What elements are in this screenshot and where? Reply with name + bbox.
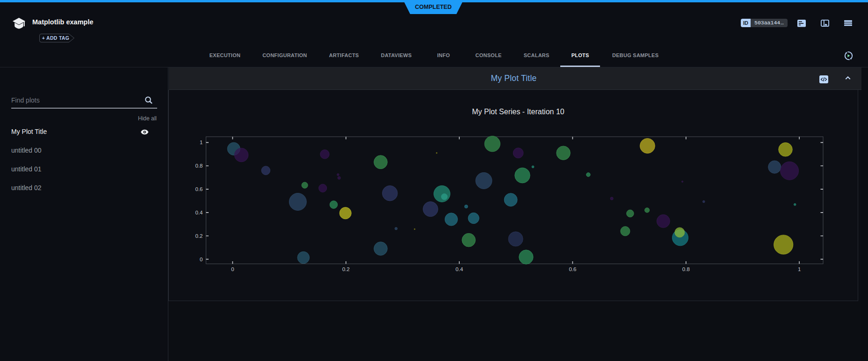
svg-text:0: 0 bbox=[231, 266, 234, 272]
svg-text:0: 0 bbox=[200, 257, 203, 262]
svg-text:0.6: 0.6 bbox=[195, 186, 203, 192]
svg-text:1: 1 bbox=[200, 140, 203, 145]
svg-text:0.8: 0.8 bbox=[195, 163, 203, 169]
svg-text:0.2: 0.2 bbox=[195, 233, 203, 239]
svg-text:0.6: 0.6 bbox=[569, 266, 576, 272]
svg-text:0.4: 0.4 bbox=[195, 210, 203, 215]
svg-text:+ ADD TAG: + ADD TAG bbox=[42, 35, 69, 41]
svg-text:0.8: 0.8 bbox=[682, 266, 690, 272]
svg-text:My Plot Series - Iteration 10: My Plot Series - Iteration 10 bbox=[472, 108, 564, 116]
svg-text:0.2: 0.2 bbox=[342, 266, 350, 272]
svg-text:0.4: 0.4 bbox=[456, 266, 463, 272]
svg-text:1: 1 bbox=[798, 266, 801, 272]
